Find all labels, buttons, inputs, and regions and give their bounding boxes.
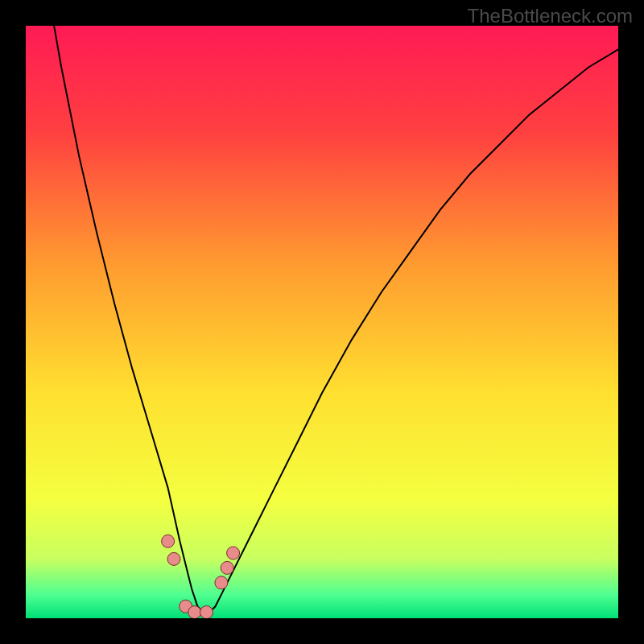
data-marker: [167, 552, 180, 565]
data-marker: [227, 547, 240, 559]
data-marker: [188, 606, 201, 618]
data-marker: [215, 576, 228, 589]
chart-frame: TheBottleneck.com: [0, 0, 644, 644]
data-marker: [162, 535, 175, 547]
watermark-text: TheBottleneck.com: [468, 5, 633, 27]
data-marker: [221, 561, 233, 574]
data-marker: [200, 606, 213, 618]
chart-svg: [26, 26, 618, 618]
